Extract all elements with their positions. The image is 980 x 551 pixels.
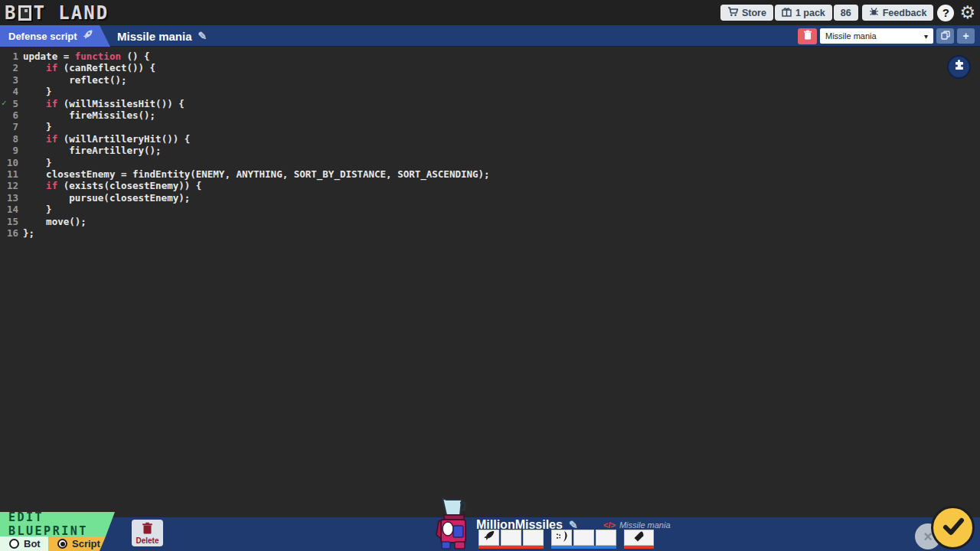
line-number: 16 [0, 227, 23, 239]
line-number: 10 [0, 157, 23, 168]
gift-pack-icon [782, 7, 792, 19]
logo-letter: B [5, 2, 17, 24]
edit-blueprint-header: EDIT BLUEPRINT [0, 512, 115, 536]
code-line[interactable]: 3 reflect(); [0, 74, 980, 86]
trash-icon [142, 522, 153, 536]
lint-ok-check-icon: ✓ [2, 97, 7, 109]
code-line[interactable]: 2 if (canReflect()) { [0, 62, 980, 73]
code-line[interactable]: 6 fireMissiles(); [0, 109, 980, 121]
code-text: } [23, 204, 52, 215]
plus-icon: + [962, 30, 969, 42]
code-text: closestEnemy = findEntity(ENEMY, ANYTHIN… [23, 168, 490, 180]
bug-icon [869, 7, 879, 19]
line-number: 13 [0, 192, 23, 204]
currency-button[interactable]: 86 [834, 5, 858, 21]
delete-script-button[interactable] [798, 28, 817, 44]
equipment-slot-empty[interactable] [573, 530, 594, 546]
store-button[interactable]: Store [720, 5, 773, 21]
code-line[interactable]: 4 } [0, 86, 980, 97]
code-text: pursue(closestEnemy); [23, 192, 190, 204]
radio-selected-icon [57, 539, 67, 549]
feedback-button[interactable]: Feedback [862, 5, 934, 21]
equipment-slot-reflect[interactable] [551, 530, 572, 546]
radio-script[interactable]: Script [48, 536, 106, 551]
slot-group-artillery [624, 530, 654, 549]
confirm-button[interactable] [931, 506, 975, 549]
code-text: }; [23, 227, 34, 239]
line-number: 11 [0, 168, 23, 180]
code-text: fireArtillery(); [23, 145, 162, 156]
missile-icon [482, 530, 495, 545]
copy-icon [941, 30, 950, 42]
check-icon [940, 514, 966, 543]
script-select-dropdown[interactable]: Missile mania ▾ [820, 28, 933, 44]
code-editor[interactable]: ✓ 1update = function () {2 if (canReflec… [0, 47, 980, 517]
code-brackets-icon: </> [603, 520, 616, 530]
slot-group-weapons [479, 530, 544, 549]
code-text: } [23, 86, 52, 97]
edit-title-pencil-icon[interactable]: ✎ [198, 30, 207, 42]
line-number: 12 [0, 180, 23, 191]
line-number: 1 [0, 51, 23, 62]
code-line[interactable]: 7 } [0, 121, 980, 132]
pack-button[interactable]: 1 pack [775, 5, 832, 21]
code-line[interactable]: 8 if (willArtilleryHit()) { [0, 133, 980, 145]
mode-radio-group: Bot Script [0, 536, 106, 551]
puzzle-piece-icon [952, 59, 965, 74]
code-line[interactable]: 12 if (exists(closestEnemy)) { [0, 180, 980, 191]
block-mode-toggle-button[interactable] [947, 55, 971, 79]
code-line[interactable]: 5 if (willMissilesHit()) { [0, 98, 980, 109]
radio-circle-icon [9, 539, 19, 549]
code-text: move(); [23, 216, 87, 227]
line-number: 15 [0, 216, 23, 227]
code-line[interactable]: 10 } [0, 157, 980, 168]
tab-defense-script[interactable]: Defense script [0, 25, 110, 47]
bot-avatar[interactable] [433, 494, 473, 551]
code-text: reflect(); [23, 74, 126, 86]
script-title: Missile mania ✎ [117, 25, 207, 47]
duplicate-script-button[interactable] [936, 28, 954, 44]
code-line[interactable]: 1update = function () { [0, 51, 980, 62]
code-text: update = function () { [23, 51, 150, 62]
botland-logo: BT LAND [5, 2, 109, 24]
equipment-slot-artillery[interactable] [624, 530, 654, 546]
equipment-slot-missile[interactable] [479, 530, 499, 546]
line-number: 6 [0, 109, 23, 121]
equipment-slot-empty[interactable] [596, 530, 616, 546]
code-text: fireMissiles(); [23, 109, 155, 121]
line-number: 9 [0, 145, 23, 156]
code-lines: 1update = function () {2 if (canReflect(… [0, 51, 980, 240]
help-button[interactable]: ? [937, 5, 954, 21]
slot-group-defense [551, 530, 616, 549]
line-number: 7 [0, 121, 23, 132]
code-text: } [23, 157, 52, 168]
code-line[interactable]: 11 closestEnemy = findEntity(ENEMY, ANYT… [0, 168, 980, 180]
equipment-slot-empty[interactable] [501, 530, 521, 546]
code-line[interactable]: 13 pursue(closestEnemy); [0, 192, 980, 204]
radio-bot[interactable]: Bot [0, 536, 48, 551]
code-line[interactable]: 16}; [0, 227, 980, 239]
equipment-slots [479, 530, 654, 549]
code-text: if (willArtilleryHit()) { [23, 133, 190, 145]
code-line[interactable]: 15 move(); [0, 216, 980, 227]
trash-icon [803, 29, 812, 43]
code-line[interactable]: 9 fireArtillery(); [0, 145, 980, 156]
chevron-down-icon: ▾ [924, 32, 928, 41]
equipment-slot-empty[interactable] [523, 530, 544, 546]
robot-o-icon [18, 5, 31, 21]
delete-blueprint-button[interactable]: Delete [132, 520, 163, 546]
new-script-button[interactable]: + [957, 28, 975, 44]
settings-gear-icon[interactable]: ⚙ [959, 4, 975, 21]
line-number: 3 [0, 74, 23, 86]
artillery-icon [633, 530, 645, 545]
question-icon: ? [942, 6, 949, 19]
code-text: } [23, 121, 52, 132]
logo-letters: T LAND [33, 2, 109, 24]
cart-icon [727, 7, 738, 19]
line-number: 2 [0, 62, 23, 73]
assigned-script-label: </> Missile mania [603, 520, 671, 530]
blueprint-bar: EDIT BLUEPRINT Bot Script Delete [0, 517, 980, 551]
line-number: 4 [0, 86, 23, 97]
code-line[interactable]: 14 } [0, 204, 980, 215]
top-bar: BT LAND Store 1 pack 86 Fe [0, 0, 980, 25]
